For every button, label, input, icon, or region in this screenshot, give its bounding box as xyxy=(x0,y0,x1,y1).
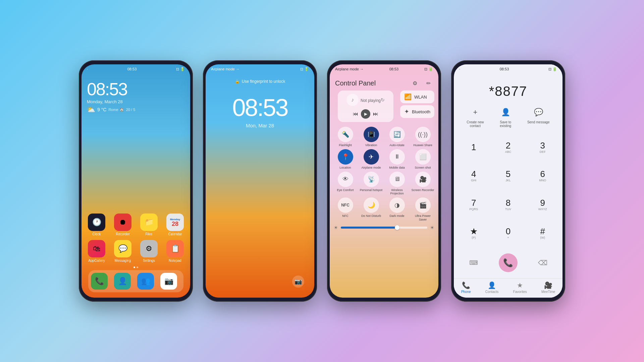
status-time-home: 08:53 xyxy=(127,67,137,71)
tile-ultra-power[interactable]: 🎬 Ultra Power Saver xyxy=(411,197,434,222)
camera-shortcut[interactable]: 📷 xyxy=(292,276,304,288)
location-icon: 📍 xyxy=(338,149,353,165)
delete-icon: ⌫ xyxy=(538,259,547,267)
lock-time-area: 08:53 Mon, Mar 28 xyxy=(206,94,314,128)
tile-vibration[interactable]: 📳 Vibration xyxy=(360,127,383,147)
lock-fingerprint: 🔒 Use fingerprint to unlock xyxy=(206,79,314,84)
tile-nfc[interactable]: NFC NFC xyxy=(334,197,357,222)
tile-mobile-data[interactable]: ⏸ Mobile data xyxy=(385,149,409,170)
nav-meetime[interactable]: 🎥 MeeTime xyxy=(541,281,555,294)
media-play-btn[interactable]: ▶ xyxy=(361,109,370,119)
nav-phone-label: Phone xyxy=(461,290,471,294)
key-0[interactable]: 0 + xyxy=(491,219,526,247)
tile-eye-comfort[interactable]: 👁 Eye Comfort xyxy=(334,172,357,196)
key-0-num: 0 xyxy=(506,227,511,236)
cp-edit-icon[interactable]: ✏ xyxy=(424,78,433,88)
ultra-power-label: Ultra Power Saver xyxy=(411,214,434,222)
app-appgallery-label: AppGallery xyxy=(88,259,105,262)
app-clock[interactable]: 🕐 Clock xyxy=(86,214,108,236)
tile-wireless-proj[interactable]: 🖥 Wireless Projection xyxy=(385,172,409,196)
eye-comfort-icon: 👁 xyxy=(338,172,353,187)
eye-comfort-label: Eye Comfort xyxy=(337,188,354,192)
cp-wlan-bt: 📶 WLAN ✦ Bluetooth xyxy=(400,90,434,125)
delete-button[interactable]: ⌫ xyxy=(525,250,560,276)
dock-contacts[interactable]: 👤 xyxy=(114,273,131,290)
key-5[interactable]: 5 JKL xyxy=(491,162,526,190)
app-notepad[interactable]: 📋 Notepad xyxy=(164,240,186,262)
app-messaging-label: Messaging xyxy=(115,259,131,262)
key-6[interactable]: 6 MNO xyxy=(525,162,560,190)
cp-top-row: ♪ Not playing ↻ ⏮ ▶ ⏭ xyxy=(334,90,434,125)
dock-phone[interactable]: 📞 xyxy=(91,273,108,290)
app-files[interactable]: 📁 Files xyxy=(138,214,160,236)
nav-phone[interactable]: 📞 Phone xyxy=(461,281,471,294)
key-star[interactable]: ★ (P) xyxy=(457,219,491,247)
cp-settings-icon[interactable]: ⚙ xyxy=(410,78,420,88)
wlan-toggle[interactable]: 📶 WLAN xyxy=(400,90,434,103)
tile-hotspot[interactable]: 📡 Personal hotspot xyxy=(360,172,383,196)
tile-flashlight[interactable]: 🔦 Flashlight xyxy=(334,127,357,147)
key-8-letters: TUV xyxy=(505,207,511,211)
app-appgallery[interactable]: 🛍 AppGallery xyxy=(86,240,108,262)
dark-mode-label: Dark mode xyxy=(389,214,404,218)
media-rotate-icon[interactable]: ↻ xyxy=(381,97,385,103)
dialer-status-time: 08:53 xyxy=(500,67,509,71)
cp-tiles-row2: 📍 Location ✈ Airplane mode ⏸ Mobile data… xyxy=(334,149,434,170)
huawei-share-label: Huawei Share xyxy=(413,143,432,147)
key-6-letters: MNO xyxy=(539,179,546,182)
cp-header: Control Panel ⚙ ✏ xyxy=(330,74,438,90)
brightness-track[interactable] xyxy=(341,227,427,229)
keypad-toggle[interactable]: ⌨ xyxy=(457,250,491,276)
tile-airplane[interactable]: ✈ Airplane mode xyxy=(360,149,383,170)
key-8[interactable]: 8 TUV xyxy=(491,190,526,219)
app-notepad-label: Notepad xyxy=(169,259,181,262)
key-9[interactable]: 9 WXYZ xyxy=(525,190,560,219)
phone-control: Airplane mode → 08:53 ⊡ 🔋 Control Panel … xyxy=(327,60,441,302)
call-icon: 📞 xyxy=(499,253,518,272)
app-grid-row1: 🕐 Clock ⏺ Recorder 📁 Files Monday xyxy=(86,214,186,262)
key-hash[interactable]: # (W) xyxy=(525,219,560,247)
nav-favorites-label: Favorites xyxy=(513,290,527,294)
tile-dark-mode[interactable]: ◑ Dark mode xyxy=(385,197,409,222)
app-settings[interactable]: ⚙ Settings xyxy=(138,240,160,262)
media-prev[interactable]: ⏮ xyxy=(353,111,358,117)
key-7[interactable]: 7 PQRS xyxy=(457,190,491,219)
app-recorder[interactable]: ⏺ Recorder xyxy=(112,214,134,236)
create-contact-action[interactable]: + Create newcontact xyxy=(467,106,484,128)
tile-autorotate[interactable]: 🔄 Auto-rotate xyxy=(385,127,409,147)
tile-huawei-share[interactable]: ((·)) Huawei Share xyxy=(411,127,434,147)
key-4[interactable]: 4 GHI xyxy=(457,162,491,190)
send-message-icon: 💬 xyxy=(532,106,545,119)
media-status: Not playing xyxy=(361,98,381,103)
app-messaging[interactable]: 💬 Messaging xyxy=(112,240,134,262)
key-7-letters: PQRS xyxy=(470,207,478,211)
save-existing-action[interactable]: 👤 Save toexisting xyxy=(499,106,512,128)
key-3-num: 3 xyxy=(540,141,545,150)
tile-location[interactable]: 📍 Location xyxy=(334,149,357,170)
tile-dnd[interactable]: 🌙 Do Not Disturb xyxy=(360,197,383,222)
dialer-status-left: · xyxy=(459,67,460,71)
nfc-icon: NFC xyxy=(338,197,353,213)
dock-camera[interactable]: 📷 xyxy=(160,273,177,290)
send-message-action[interactable]: 💬 Send message xyxy=(527,106,550,128)
huawei-share-icon: ((·)) xyxy=(415,127,431,142)
lock-icons: ⊡ 🔋 xyxy=(300,67,309,71)
key-1[interactable]: 1 xyxy=(457,133,491,162)
key-2[interactable]: 2 ABC xyxy=(491,133,526,162)
lock-clock: 08:53 xyxy=(206,94,314,121)
app-calendar[interactable]: Monday 28 Calendar xyxy=(164,214,186,236)
dock-people[interactable]: 👥 xyxy=(137,273,154,290)
nav-contacts[interactable]: 👤 Contacts xyxy=(485,281,498,294)
tile-screen-recorder[interactable]: 🎥 Screen Recorder xyxy=(411,172,434,196)
nav-favorites[interactable]: ★ Favorites xyxy=(513,281,527,294)
dnd-label: Do Not Disturb xyxy=(361,214,381,218)
tile-screenshot[interactable]: ⬜ Screen shot xyxy=(411,149,434,170)
app-recorder-label: Recorder xyxy=(116,232,129,236)
call-button[interactable]: 📞 xyxy=(491,250,526,276)
vibration-label: Vibration xyxy=(365,143,377,147)
media-next[interactable]: ⏭ xyxy=(373,111,378,117)
bluetooth-toggle[interactable]: ✦ Bluetooth xyxy=(400,105,434,118)
autorotate-label: Auto-rotate xyxy=(389,143,405,147)
cp-status-bar: Airplane mode → 08:53 ⊡ 🔋 xyxy=(330,64,438,74)
key-3[interactable]: 3 DEF xyxy=(525,133,560,162)
